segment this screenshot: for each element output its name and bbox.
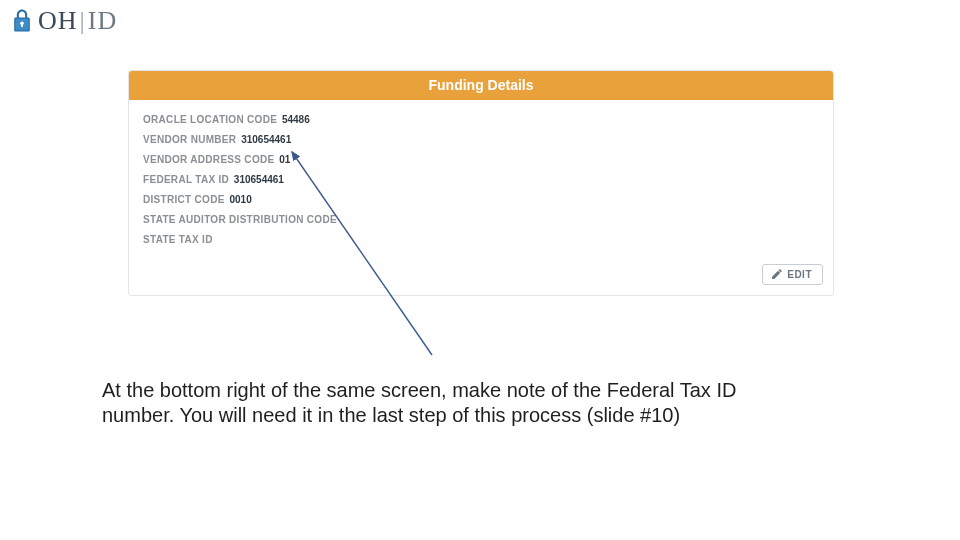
- field-vendor-number: VENDOR NUMBER 310654461: [143, 130, 819, 150]
- field-label: STATE AUDITOR DISTRIBUTION CODE: [143, 214, 337, 225]
- ohid-logo: OH|ID: [12, 6, 117, 36]
- logo-id: ID: [88, 6, 117, 35]
- field-state-auditor-distribution-code: STATE AUDITOR DISTRIBUTION CODE: [143, 210, 819, 230]
- field-district-code: DISTRICT CODE 0010: [143, 190, 819, 210]
- panel-body: ORACLE LOCATION CODE 54486 VENDOR NUMBER…: [129, 100, 833, 258]
- field-value: 54486: [282, 114, 310, 125]
- logo-text: OH|ID: [38, 6, 117, 36]
- edit-icon: [771, 269, 782, 280]
- svg-rect-2: [21, 24, 23, 28]
- field-label: FEDERAL TAX ID: [143, 174, 229, 185]
- field-label: ORACLE LOCATION CODE: [143, 114, 277, 125]
- field-oracle-location-code: ORACLE LOCATION CODE 54486: [143, 110, 819, 130]
- funding-details-panel: Funding Details ORACLE LOCATION CODE 544…: [128, 70, 834, 296]
- edit-button-label: EDIT: [787, 269, 812, 280]
- logo-oh: OH: [38, 6, 78, 35]
- instruction-caption: At the bottom right of the same screen, …: [102, 378, 802, 428]
- field-vendor-address-code: VENDOR ADDRESS CODE 01: [143, 150, 819, 170]
- field-label: STATE TAX ID: [143, 234, 213, 245]
- caption-line-2: number. You will need it in the last ste…: [102, 403, 802, 428]
- field-state-tax-id: STATE TAX ID: [143, 230, 819, 250]
- lock-icon: [12, 8, 32, 34]
- panel-title: Funding Details: [129, 71, 833, 100]
- field-label: VENDOR ADDRESS CODE: [143, 154, 274, 165]
- panel-footer: EDIT: [129, 258, 833, 295]
- field-value: 0010: [229, 194, 251, 205]
- field-label: DISTRICT CODE: [143, 194, 225, 205]
- field-value: 310654461: [241, 134, 291, 145]
- logo-divider: |: [80, 6, 86, 35]
- edit-button[interactable]: EDIT: [762, 264, 823, 285]
- field-federal-tax-id: FEDERAL TAX ID 310654461: [143, 170, 819, 190]
- field-value: 310654461: [234, 174, 284, 185]
- field-value: 01: [279, 154, 290, 165]
- field-label: VENDOR NUMBER: [143, 134, 236, 145]
- caption-line-1: At the bottom right of the same screen, …: [102, 378, 802, 403]
